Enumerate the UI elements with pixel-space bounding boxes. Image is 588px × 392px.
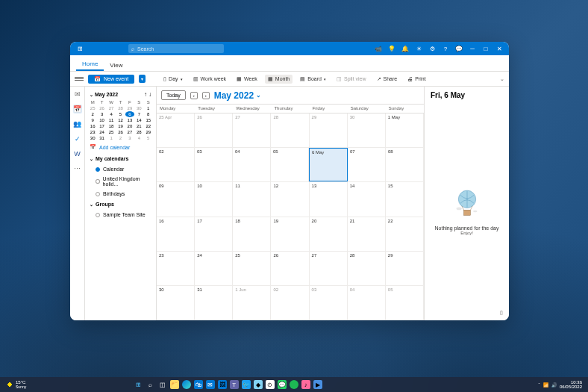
calendar-day-cell[interactable]: 24	[195, 252, 233, 285]
calendar-day-cell[interactable]: 21	[348, 217, 386, 251]
app1-icon[interactable]: ◆	[254, 380, 263, 389]
mini-cal-day[interactable]: 13	[125, 117, 134, 123]
mini-cal-day[interactable]: 30	[88, 135, 97, 141]
share-button[interactable]: ↗ Share	[374, 75, 401, 84]
calendar-day-cell[interactable]: 1 Jun	[233, 286, 271, 320]
print-button[interactable]: 🖨 Print	[404, 75, 428, 83]
calendar-day-cell[interactable]: 28	[271, 113, 309, 147]
month-button[interactable]: ▦ Month	[265, 75, 293, 84]
search-box[interactable]: ⌕	[128, 44, 224, 53]
mini-cal-day[interactable]: 10	[97, 117, 106, 123]
photos-icon[interactable]: 🖼	[218, 380, 227, 389]
calendar-rail-icon[interactable]: 📅	[73, 105, 82, 113]
mini-cal-day[interactable]: 8	[144, 111, 153, 117]
mini-cal-day[interactable]: 27	[107, 105, 116, 111]
tab-home[interactable]: Home	[76, 58, 104, 71]
search-taskbar-icon[interactable]: ⌕	[146, 380, 155, 389]
app4-icon[interactable]: ▶	[313, 380, 322, 389]
calendar-day-cell[interactable]: 30	[157, 286, 195, 320]
tray-chevron-icon[interactable]: ˄	[538, 382, 540, 388]
maximize-icon[interactable]: □	[482, 45, 490, 52]
teams-icon[interactable]: T	[230, 380, 239, 389]
calendar-day-cell[interactable]: 19	[271, 217, 309, 251]
explorer-icon[interactable]: 📁	[170, 380, 179, 389]
prev-month-button[interactable]: ‹	[190, 92, 198, 99]
mail-taskbar-icon[interactable]: ✉	[206, 380, 215, 389]
calendar-day-cell[interactable]: 29	[386, 252, 424, 285]
calendar-day-cell[interactable]: 25 Apr	[157, 113, 195, 147]
clock[interactable]: 10:36 06/05/2022	[560, 380, 582, 389]
mini-cal-day[interactable]: 1	[107, 135, 116, 141]
work-week-button[interactable]: ▥ Work week	[190, 75, 230, 84]
wifi-icon[interactable]: 📶	[543, 382, 548, 388]
mini-cal-day[interactable]: 26	[97, 105, 106, 111]
task-view-icon[interactable]: ◫	[158, 380, 167, 389]
mini-cal-day[interactable]: 14	[134, 117, 143, 123]
help-icon[interactable]: ?	[442, 45, 449, 52]
mini-cal-day[interactable]: 30	[134, 105, 143, 111]
calendar-day-cell[interactable]: 27	[310, 252, 348, 285]
mini-cal-day[interactable]: 25	[107, 129, 116, 135]
tips-icon[interactable]: 💡	[388, 45, 395, 52]
app-menu-icon[interactable]: ⊞	[76, 45, 84, 52]
calendar-day-cell[interactable]: 25	[233, 252, 271, 285]
calendar-day-cell[interactable]: 03	[310, 286, 348, 320]
hamburger-icon[interactable]	[75, 75, 84, 84]
mini-cal-day[interactable]: 20	[125, 123, 134, 129]
mini-cal-day[interactable]: 12	[116, 117, 125, 123]
mini-cal-day[interactable]: 29	[125, 105, 134, 111]
mini-cal-day[interactable]: 21	[134, 123, 143, 129]
mini-cal-day[interactable]: 5	[144, 135, 153, 141]
calendar-day-cell[interactable]: 04	[348, 286, 386, 320]
calendar-day-cell[interactable]: 1 May	[386, 113, 424, 147]
my-calendars-section[interactable]: ⌄ My calendars	[88, 153, 153, 164]
calendar-day-cell[interactable]: 26	[271, 252, 309, 285]
calendar-day-cell[interactable]: 02	[157, 148, 195, 181]
mini-cal-day[interactable]: 4	[107, 111, 116, 117]
mini-cal-day[interactable]: 4	[134, 135, 143, 141]
new-event-button[interactable]: 📅 New event	[88, 75, 134, 84]
calendar-day-cell[interactable]: 10	[195, 182, 233, 216]
mini-cal-day[interactable]: 2	[88, 111, 97, 117]
app3-icon[interactable]: ♪	[301, 380, 310, 389]
week-button[interactable]: ▦ Week	[234, 75, 260, 84]
calendar-item[interactable]: Birthdays	[88, 189, 153, 199]
todo-rail-icon[interactable]: ✓	[73, 134, 82, 143]
calendar-day-cell[interactable]: 23	[157, 252, 195, 285]
calendar-day-cell[interactable]: 05	[386, 286, 424, 320]
edge-icon[interactable]	[182, 380, 191, 389]
next-month-button[interactable]: ›	[202, 92, 210, 99]
board-button[interactable]: ▤ Board ▾	[297, 75, 329, 84]
mini-cal-day[interactable]: 26	[116, 129, 125, 135]
mini-cal-prev-icon[interactable]: ↑	[144, 91, 147, 98]
collapse-panel-icon[interactable]: ▯	[431, 310, 503, 316]
tab-view[interactable]: View	[104, 60, 128, 71]
day-icon[interactable]: ☀	[415, 45, 422, 52]
calendar-day-cell[interactable]: 16	[157, 217, 195, 251]
calendar-day-cell[interactable]: 08	[386, 148, 424, 181]
calendar-day-cell[interactable]: 26	[195, 113, 233, 147]
mini-cal-day[interactable]: 19	[116, 123, 125, 129]
mail-rail-icon[interactable]: ✉	[73, 90, 82, 99]
calendar-day-cell[interactable]: 09	[157, 182, 195, 216]
mini-cal-day[interactable]: 17	[97, 123, 106, 129]
mini-cal-day[interactable]: 15	[144, 117, 153, 123]
mini-cal-day[interactable]: 24	[97, 129, 106, 135]
twitter-icon[interactable]: 🐦	[242, 380, 251, 389]
meet-now-icon[interactable]: 📹	[375, 45, 382, 52]
mini-cal-day[interactable]: 7	[134, 111, 143, 117]
mini-cal-day[interactable]: 31	[97, 135, 106, 141]
calendar-item[interactable]: United Kingdom holid...	[88, 174, 153, 189]
whatsapp-icon[interactable]: 💬	[278, 380, 287, 389]
search-input[interactable]	[137, 46, 221, 52]
calendar-day-cell[interactable]: 14	[348, 182, 386, 216]
mini-cal-day[interactable]: 3	[97, 111, 106, 117]
calendar-day-cell[interactable]: 12	[271, 182, 309, 216]
calendar-day-cell[interactable]: 29	[310, 113, 348, 147]
groups-section[interactable]: ⌄ Groups	[88, 199, 153, 210]
month-title[interactable]: May 2022 ⌄	[214, 90, 261, 101]
mini-cal-day[interactable]: 25	[88, 105, 97, 111]
spotify-icon[interactable]	[290, 380, 298, 389]
calendar-day-cell[interactable]: 18	[233, 217, 271, 251]
volume-icon[interactable]: 🔊	[551, 382, 557, 388]
